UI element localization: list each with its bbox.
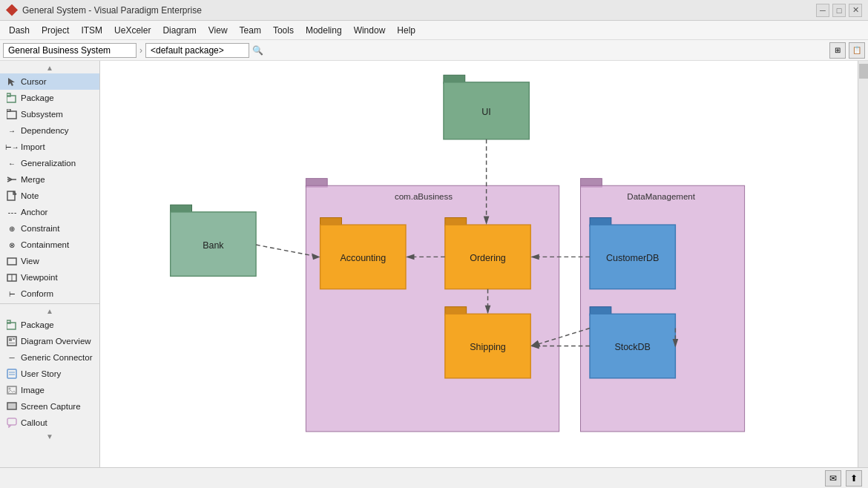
sidebar-item-view[interactable]: View xyxy=(0,253,99,269)
sidebar-item-generic-connector[interactable]: ─ Generic Connector xyxy=(0,349,99,366)
sidebar-item-package[interactable]: Package xyxy=(0,90,99,106)
breadcrumb-bar: › 🔍 ⊞ 📋 xyxy=(0,40,868,61)
svg-rect-2 xyxy=(7,93,10,96)
menu-team[interactable]: Team xyxy=(234,23,267,38)
svg-text:StockDB: StockDB xyxy=(614,342,651,352)
svg-rect-18 xyxy=(9,343,15,343)
svg-text:DataManagement: DataManagement xyxy=(627,192,695,201)
menu-window[interactable]: Window xyxy=(348,23,392,38)
mail-button[interactable]: ✉ xyxy=(825,470,841,487)
menu-uexceler[interactable]: UeXceler xyxy=(108,23,157,38)
image-label: Image xyxy=(21,386,45,395)
menu-itsm[interactable]: ITSM xyxy=(75,23,108,38)
diagram-svg: com.aBusiness DataManagement UI Bank Acc… xyxy=(100,61,858,467)
view-toggle-btn1[interactable]: ⊞ xyxy=(829,42,846,59)
sidebar-item-package2[interactable]: Package xyxy=(0,317,99,333)
sidebar-item-cursor[interactable]: Cursor xyxy=(0,73,99,90)
dependency-icon: → xyxy=(6,125,18,136)
constraint-label: Constraint xyxy=(21,224,59,233)
scrollbar-thumb[interactable] xyxy=(859,64,868,79)
svg-rect-16 xyxy=(9,338,12,341)
svg-marker-0 xyxy=(8,78,15,86)
canvas-area[interactable]: com.aBusiness DataManagement UI Bank Acc… xyxy=(100,61,858,467)
sidebar-item-subsystem[interactable]: Subsystem xyxy=(0,106,99,122)
viewpoint-label: Viewpoint xyxy=(21,273,58,282)
svg-text:Accounting: Accounting xyxy=(340,253,386,263)
view-toggle-btn2[interactable]: 📋 xyxy=(849,42,865,59)
svg-text:Shipping: Shipping xyxy=(470,342,506,352)
sidebar-item-diagram-overview[interactable]: Diagram Overview xyxy=(0,333,99,349)
diagram-overview-icon xyxy=(6,335,18,347)
minimize-button[interactable]: ─ xyxy=(816,4,829,17)
sidebar-item-viewpoint[interactable]: Viewpoint xyxy=(0,269,99,286)
sidebar-item-anchor[interactable]: - - - Anchor xyxy=(0,204,99,220)
sidebar-item-screen-capture[interactable]: Screen Capture xyxy=(0,398,99,415)
menu-diagram[interactable]: Diagram xyxy=(157,23,202,38)
svg-rect-4 xyxy=(7,109,10,111)
svg-text:com.aBusiness: com.aBusiness xyxy=(395,192,453,201)
anchor-icon: - - - xyxy=(6,206,18,218)
menu-tools[interactable]: Tools xyxy=(267,23,300,38)
containment-icon: ⊗ xyxy=(6,239,18,251)
menu-project[interactable]: Project xyxy=(36,23,75,38)
sidebar: ▲ Cursor Package Subsystem → Dependency xyxy=(0,61,100,467)
sidebar-item-conform[interactable]: ⊢ Conform xyxy=(0,286,99,302)
package-input[interactable] xyxy=(145,43,249,58)
package2-icon xyxy=(6,319,18,331)
section-scroll-btn[interactable]: ▲ xyxy=(0,306,99,317)
conform-icon: ⊢ xyxy=(6,288,18,300)
package-icon xyxy=(6,92,18,104)
sidebar-item-merge[interactable]: Merge xyxy=(0,171,99,188)
sidebar-item-generalization[interactable]: ← Generalization xyxy=(0,155,99,171)
sidebar-item-dependency[interactable]: → Dependency xyxy=(0,122,99,139)
close-button[interactable]: ✕ xyxy=(849,4,862,17)
search-icon: 🔍 xyxy=(252,45,263,56)
titlebar: General System - Visual Paradigm Enterpr… xyxy=(0,0,868,21)
scroll-up-btn[interactable]: ▲ xyxy=(0,62,99,73)
svg-text:CustomerDB: CustomerDB xyxy=(606,253,659,263)
menu-view[interactable]: View xyxy=(203,23,234,38)
callout-label: Callout xyxy=(21,418,47,427)
sidebar-item-constraint[interactable]: ⊕ Constraint xyxy=(0,220,99,237)
svg-rect-26 xyxy=(7,418,16,425)
generic-connector-label: Generic Connector xyxy=(21,353,93,362)
right-scrollbar xyxy=(858,61,868,467)
viewpoint-icon xyxy=(6,271,18,283)
import-icon: ⊢→ xyxy=(6,141,18,153)
sidebar-item-callout[interactable]: Callout xyxy=(0,415,99,431)
menu-modeling[interactable]: Modeling xyxy=(300,23,348,38)
merge-label: Merge xyxy=(21,175,45,184)
svg-rect-28 xyxy=(306,185,559,432)
sidebar-item-note[interactable]: Note xyxy=(0,188,99,204)
svg-text:Bank: Bank xyxy=(203,240,224,251)
anchor-label: Anchor xyxy=(21,208,47,217)
export-button[interactable]: ⬆ xyxy=(846,470,862,487)
sidebar-item-user-story[interactable]: User Story xyxy=(0,366,99,382)
screen-capture-icon xyxy=(6,400,18,412)
dependency-label: Dependency xyxy=(21,126,69,135)
scroll-down-btn[interactable]: ▼ xyxy=(0,431,99,442)
main-layout: ▲ Cursor Package Subsystem → Dependency xyxy=(0,61,868,467)
sidebar-item-import[interactable]: ⊢→ Import xyxy=(0,139,99,155)
subsystem-label: Subsystem xyxy=(21,110,63,119)
menu-help[interactable]: Help xyxy=(391,23,421,38)
sidebar-section-bottom: ▲ Package Diagram Overview ─ Generic Con… xyxy=(0,303,99,431)
cursor-label: Cursor xyxy=(21,77,47,86)
menu-dash[interactable]: Dash xyxy=(3,23,36,38)
sidebar-item-containment[interactable]: ⊗ Containment xyxy=(0,237,99,253)
breadcrumb-input[interactable] xyxy=(3,43,137,58)
svg-rect-17 xyxy=(13,338,15,340)
constraint-icon: ⊕ xyxy=(6,222,18,234)
maximize-button[interactable]: □ xyxy=(832,4,846,17)
svg-text:Ordering: Ordering xyxy=(470,253,506,263)
callout-icon xyxy=(6,417,18,429)
conform-label: Conform xyxy=(21,289,53,298)
package2-label: Package xyxy=(21,320,54,329)
svg-rect-25 xyxy=(8,403,16,409)
svg-point-23 xyxy=(9,388,11,390)
user-story-icon xyxy=(6,368,18,380)
image-icon xyxy=(6,384,18,396)
statusbar: ✉ ⬆ xyxy=(0,467,868,488)
sidebar-item-image[interactable]: Image xyxy=(0,382,99,398)
app-icon xyxy=(6,4,18,16)
